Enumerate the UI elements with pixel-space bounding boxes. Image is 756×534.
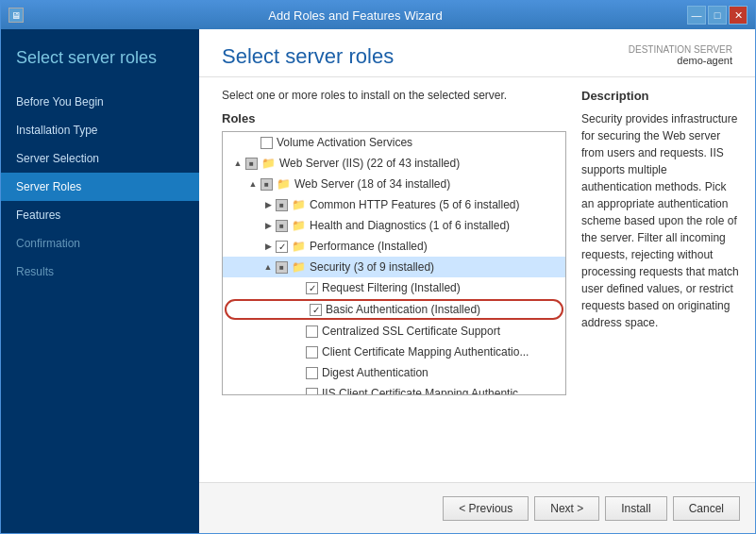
main-content: Select server roles DESTINATION SERVER d… xyxy=(199,29,755,533)
tree-item-web-server-iis[interactable]: ▲ 📁 Web Server (IIS) (22 of 43 installed… xyxy=(223,153,565,174)
tree-item-centralized-ssl[interactable]: Centralized SSL Certificate Support xyxy=(223,321,565,342)
expand-icon-perf[interactable]: ▶ xyxy=(260,239,276,254)
folder-icon-3: 📁 xyxy=(292,198,306,211)
folder-icon-5: 📁 xyxy=(292,240,306,253)
tree-item-label: Common HTTP Features (5 of 6 installed) xyxy=(310,198,520,211)
tree-item-label: IIS Client Certificate Mapping Authentic… xyxy=(322,387,528,395)
cancel-button[interactable]: Cancel xyxy=(673,496,740,521)
tree-item-label: Basic Authentication (Installed) xyxy=(326,303,480,316)
install-button[interactable]: Install xyxy=(605,496,666,521)
page-title: Select server roles xyxy=(222,44,394,69)
checkbox-request-filtering[interactable] xyxy=(306,282,318,294)
sidebar-nav: Before You Begin Installation Type Serve… xyxy=(1,88,199,286)
tree-item-volume-activation[interactable]: Volume Activation Services xyxy=(223,132,565,153)
titlebar: 🖥 Add Roles and Features Wizard — □ ✕ xyxy=(1,1,755,29)
tree-item-label: Request Filtering (Installed) xyxy=(322,281,461,294)
wizard-window: 🖥 Add Roles and Features Wizard — □ ✕ Se… xyxy=(0,0,756,534)
tree-item-label: Centralized SSL Certificate Support xyxy=(322,325,500,338)
checkbox-web-server-18[interactable] xyxy=(260,178,273,191)
description-section: Description Security provides infrastruc… xyxy=(566,89,755,482)
checkbox-performance[interactable] xyxy=(276,241,288,253)
collapse-icon-2[interactable]: ▲ xyxy=(245,176,260,192)
sidebar-item-before-you-begin[interactable]: Before You Begin xyxy=(1,88,199,116)
checkbox-volume-activation[interactable] xyxy=(260,137,273,149)
roles-label: Roles xyxy=(222,111,566,125)
destination-server-name: demo-agent xyxy=(629,55,732,66)
collapse-icon[interactable]: ▲ xyxy=(230,156,245,171)
window-icon: 🖥 xyxy=(8,8,24,23)
description-text: Security provides infrastructure for sec… xyxy=(581,110,740,331)
roles-section: Select one or more roles to install on t… xyxy=(222,89,566,482)
checkbox-basic-auth[interactable] xyxy=(310,304,322,316)
folder-icon-6: 📁 xyxy=(292,260,306,274)
content-area: Select server roles Before You Begin Ins… xyxy=(1,29,755,533)
description-label: Description xyxy=(581,89,740,103)
checkbox-web-server-iis[interactable] xyxy=(245,158,258,170)
checkbox-centralized-ssl[interactable] xyxy=(306,325,318,338)
destination-server-label: DESTINATION SERVER xyxy=(629,44,732,55)
window-title: Add Roles and Features Wizard xyxy=(24,8,687,23)
tree-item-basic-auth[interactable]: Basic Authentication (Installed) xyxy=(225,299,563,320)
tree-item-label: Client Certificate Mapping Authenticatio… xyxy=(322,345,529,359)
sidebar-item-results: Results xyxy=(1,258,199,286)
sidebar: Select server roles Before You Begin Ins… xyxy=(1,29,199,533)
main-header: Select server roles DESTINATION SERVER d… xyxy=(199,29,755,77)
previous-button[interactable]: < Previous xyxy=(443,496,529,521)
checkbox-client-cert[interactable] xyxy=(306,346,318,359)
tree-item-label: Web Server (IIS) (22 of 43 installed) xyxy=(279,157,460,170)
tree-item-label: Performance (Installed) xyxy=(310,240,428,253)
sidebar-item-server-roles[interactable]: Server Roles xyxy=(1,173,199,201)
sidebar-item-server-selection[interactable]: Server Selection xyxy=(1,144,199,173)
tree-item-health-diag[interactable]: ▶ 📁 Health and Diagnostics (1 of 6 insta… xyxy=(223,215,565,236)
tree-item-security[interactable]: ▲ 📁 Security (3 of 9 installed) xyxy=(223,257,565,277)
checkbox-digest-auth[interactable] xyxy=(306,367,318,379)
folder-icon-2: 📁 xyxy=(277,177,291,191)
window-controls: — □ ✕ xyxy=(687,6,748,25)
restore-button[interactable]: □ xyxy=(708,6,727,25)
sidebar-item-installation-type[interactable]: Installation Type xyxy=(1,116,199,144)
collapse-icon-security[interactable]: ▲ xyxy=(260,259,276,275)
tree-item-digest-auth[interactable]: Digest Authentication xyxy=(223,362,565,383)
expand-icon-health[interactable]: ▶ xyxy=(260,218,276,233)
checkbox-health-diag[interactable] xyxy=(276,220,288,232)
checkbox-common-http[interactable] xyxy=(276,199,288,211)
wizard-footer: < Previous Next > Install Cancel xyxy=(199,482,755,533)
folder-icon: 📁 xyxy=(261,157,276,170)
tree-item-iis-client-cert[interactable]: IIS Client Certificate Mapping Authentic… xyxy=(223,383,565,395)
tree-item-label: Web Server (18 of 34 installed) xyxy=(294,177,450,191)
destination-server-info: DESTINATION SERVER demo-agent xyxy=(629,44,732,66)
main-body: Select one or more roles to install on t… xyxy=(199,77,755,482)
tree-item-label: Health and Diagnostics (1 of 6 installed… xyxy=(310,219,510,232)
tree-item-common-http[interactable]: ▶ 📁 Common HTTP Features (5 of 6 install… xyxy=(223,194,565,215)
tree-item-label: Security (3 of 9 installed) xyxy=(310,260,434,274)
sidebar-item-confirmation: Confirmation xyxy=(1,229,199,258)
expand-icon-common[interactable]: ▶ xyxy=(260,197,276,212)
roles-tree: Volume Activation Services ▲ 📁 Web Serve… xyxy=(223,132,565,395)
tree-item-request-filtering[interactable]: Request Filtering (Installed) xyxy=(223,277,565,298)
folder-icon-4: 📁 xyxy=(292,219,306,232)
minimize-button[interactable]: — xyxy=(687,6,706,25)
close-button[interactable]: ✕ xyxy=(729,6,748,25)
tree-item-label: Digest Authentication xyxy=(322,366,428,379)
checkbox-iis-client-cert[interactable] xyxy=(306,388,318,396)
next-button[interactable]: Next > xyxy=(534,496,599,521)
instruction-text: Select one or more roles to install on t… xyxy=(222,89,566,102)
checkbox-security[interactable] xyxy=(276,261,288,274)
tree-item-performance[interactable]: ▶ 📁 Performance (Installed) xyxy=(223,236,565,257)
roles-tree-container[interactable]: Volume Activation Services ▲ 📁 Web Serve… xyxy=(222,131,566,395)
sidebar-header: Select server roles xyxy=(1,29,199,78)
sidebar-item-features[interactable]: Features xyxy=(1,201,199,229)
tree-item-label: Volume Activation Services xyxy=(277,136,412,149)
tree-item-client-cert[interactable]: Client Certificate Mapping Authenticatio… xyxy=(223,342,565,362)
tree-item-web-server-18[interactable]: ▲ 📁 Web Server (18 of 34 installed) xyxy=(223,174,565,194)
